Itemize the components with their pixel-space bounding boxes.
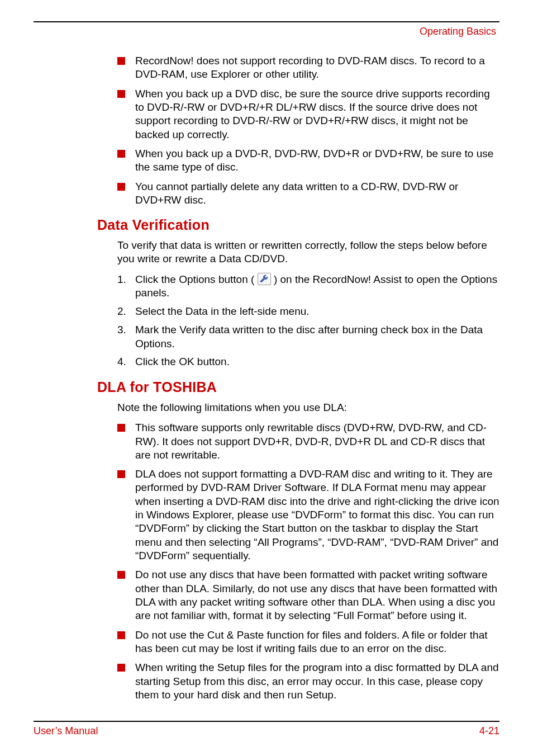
dla-intro: Note the following limitations when you …: [117, 401, 499, 414]
step-text: Click the OK button.: [135, 356, 230, 367]
bullet-text: This software supports only rewritable d…: [135, 422, 487, 461]
footer: User’s Manual 4-21: [34, 721, 499, 737]
footer-divider: [34, 721, 499, 722]
header-divider: [34, 21, 499, 22]
bullet-icon: [117, 57, 125, 65]
list-item: When you back up a DVD disc, be sure the…: [117, 87, 499, 141]
step-item: Click the Options button ( ) on the Reco…: [117, 273, 499, 300]
list-item: When writing the Setup files for the pro…: [117, 661, 499, 702]
step-item: Select the Data in the left-side menu.: [117, 305, 499, 319]
data-verification-intro: To verify that data is written or rewrit…: [117, 239, 499, 266]
bullet-icon: [117, 90, 125, 98]
list-item: Do not use any discs that have been form…: [117, 568, 499, 622]
list-item: Do not use the Cut & Paste function for …: [117, 629, 499, 656]
dla-bullet-list: This software supports only rewritable d…: [117, 421, 499, 702]
bullet-text: Do not use the Cut & Paste function for …: [135, 629, 488, 654]
bullet-icon: [117, 664, 125, 672]
header-chapter: Operating Basics: [34, 26, 499, 37]
dla-heading: DLA for TOSHIBA: [97, 379, 499, 395]
list-item: You cannot partially delete any data wri…: [117, 180, 499, 207]
footer-page-number: 4-21: [479, 725, 499, 737]
bullet-icon: [117, 470, 125, 478]
bullet-icon: [117, 631, 125, 639]
bullet-text: When writing the Setup files for the pro…: [135, 662, 499, 701]
data-verification-steps: Click the Options button ( ) on the Reco…: [117, 273, 499, 369]
list-item: DLA does not support formatting a DVD-RA…: [117, 467, 499, 563]
bullet-text: RecordNow! does not support recording to…: [135, 55, 485, 80]
bullet-icon: [117, 571, 125, 579]
bullet-icon: [117, 150, 125, 158]
bullet-text: You cannot partially delete any data wri…: [135, 181, 458, 206]
step-text: Select the Data in the left-side menu.: [135, 305, 310, 317]
data-verification-heading: Data Verification: [97, 217, 499, 233]
options-wrench-icon: [258, 273, 271, 285]
bullet-text: When you back up a DVD disc, be sure the…: [135, 88, 490, 140]
bullet-text: When you back up a DVD-R, DVD-RW, DVD+R …: [135, 148, 493, 173]
bullet-icon: [117, 424, 125, 432]
bullet-text: DLA does not support formatting a DVD-RA…: [135, 468, 499, 561]
footer-left: User’s Manual: [34, 725, 98, 737]
bullet-text: Do not use any discs that have been form…: [135, 569, 497, 621]
list-item: When you back up a DVD-R, DVD-RW, DVD+R …: [117, 147, 499, 174]
bullet-icon: [117, 183, 125, 191]
step-text: Mark the Verify data written to the disc…: [135, 324, 483, 349]
step-text-pre: Click the Options button (: [135, 273, 254, 285]
step-item: Click the OK button.: [117, 355, 499, 369]
list-item: This software supports only rewritable d…: [117, 421, 499, 462]
step-item: Mark the Verify data written to the disc…: [117, 323, 499, 351]
list-item: RecordNow! does not support recording to…: [117, 54, 499, 82]
top-bullet-list: RecordNow! does not support recording to…: [117, 54, 499, 207]
